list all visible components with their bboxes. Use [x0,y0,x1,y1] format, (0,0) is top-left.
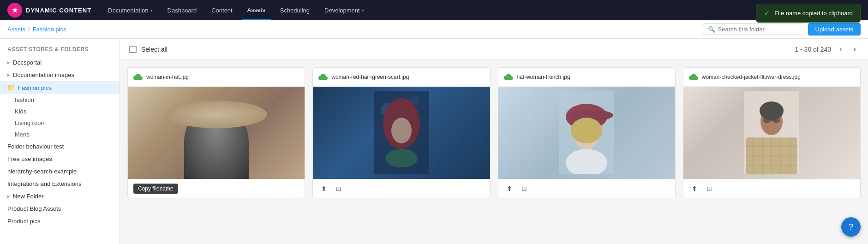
sidebar: Asset stores & folders ▸ Docsportal ▸ Do… [0,39,120,244]
copy-icon[interactable]: ⊡ [519,183,530,194]
logo: ★ DYNAMIC CONTENT [7,3,91,18]
sidebar-item-free-use-images[interactable]: Free use images [0,153,120,165]
sidebar-item-documentation-images[interactable]: ▸ Documentation images [0,69,120,81]
asset-filename: hat-woman-french.jpg [517,74,570,80]
nav-item-documentation[interactable]: Documentation ▾ [102,0,158,20]
sidebar-item-label: New Folder [13,193,43,200]
asset-grid: woman-in-hat.jpg Copy filena [120,60,868,206]
sidebar-item-label: Mens [15,131,30,138]
asset-thumbnail [128,87,305,179]
search-input[interactable] [718,26,799,33]
sidebar-item-label: Folder behaviour test [7,143,64,150]
sidebar-item-fashion[interactable]: fashion [0,94,120,106]
upload-icon[interactable]: ⬆ [689,183,700,194]
sidebar-item-label: Product pics [7,218,41,225]
content-toolbar: Select all 1 - 30 of 240 ‹ › [120,39,868,60]
sidebar-item-label: Free use images [7,155,52,162]
asset-card-header: woman-in-hat.jpg [128,68,305,87]
sidebar-item-living-room[interactable]: Living room [0,117,120,129]
sidebar-item-kids[interactable]: Kids [0,106,120,117]
check-icon: ✓ [764,9,770,18]
nav-item-development[interactable]: Development ▾ [319,0,370,20]
asset-card: woman-in-hat.jpg Copy filena [127,67,305,198]
upload-icon[interactable]: ⬆ [504,183,515,194]
asset-card: woman-checked-jacket-fllower-dress.jpg [683,67,861,198]
breadcrumb-assets[interactable]: Assets [7,26,25,33]
sidebar-item-label: Kids [15,108,26,115]
select-all-label[interactable]: Select all [141,46,168,53]
copy-icon[interactable]: ⊡ [704,183,715,194]
asset-card-header: woman-red-hair-green-scarf.jpg [313,68,490,87]
chevron-right-icon: ▸ [7,193,10,199]
copy-icon[interactable]: ⊡ [333,183,344,194]
sidebar-header: Asset stores & folders [0,44,120,56]
sidebar-item-docsportal[interactable]: ▸ Docsportal [0,56,120,69]
pagination-area: 1 - 30 of 240 ‹ › [795,43,859,55]
sidebar-item-integrations-extensions[interactable]: Integrations and Extensions [0,178,120,190]
toast-notification: ✓ File name copied to clipboard [756,4,861,23]
chevron-down-icon: ▾ [150,8,153,13]
select-all-checkbox[interactable] [129,46,137,53]
cloud-icon [133,72,143,82]
pagination-next-button[interactable]: › [850,43,859,55]
sidebar-item-label: fashion [15,96,34,103]
sidebar-item-label: Product Blog Assets [7,205,61,212]
sidebar-item-folder-behaviour-test[interactable]: Folder behaviour test [0,140,120,153]
sidebar-item-new-folder[interactable]: ▸ New Folder [0,190,120,202]
chevron-right-icon: ▸ [7,72,10,78]
asset-filename: woman-in-hat.jpg [146,74,189,80]
content-area: Select all 1 - 30 of 240 ‹ › woman-in-ha… [120,39,868,244]
app-title: DYNAMIC CONTENT [26,7,91,14]
main-layout: Asset stores & folders ▸ Docsportal ▸ Do… [0,39,868,244]
svg-point-30 [760,101,784,120]
support-button[interactable]: ? [841,217,861,237]
sidebar-item-product-pics[interactable]: Product pics [0,215,120,227]
cloud-icon [318,72,328,82]
nav-item-content[interactable]: Content [206,0,238,20]
nav-item-scheduling[interactable]: Scheduling [275,0,315,20]
sidebar-item-label: hierarchy-search-example [7,168,77,175]
asset-card: hat-woman-french.jpg [498,67,676,198]
sidebar-item-label: Living room [15,119,46,126]
search-icon: 🔍 [708,26,715,33]
sidebar-item-label: Fashion pics [18,84,52,91]
asset-filename: woman-red-hair-green-scarf.jpg [331,74,409,80]
svg-point-2 [204,121,229,154]
nav-item-dashboard[interactable]: Dashboard [162,0,203,20]
chevron-right-icon: ▸ [7,60,10,65]
sidebar-item-label: Docsportal [13,59,42,66]
asset-card-header: hat-woman-french.jpg [498,68,675,87]
top-navigation: ★ DYNAMIC CONTENT Documentation ▾ Dashbo… [0,0,868,20]
svg-point-3 [203,117,230,140]
asset-thumbnail [313,87,490,179]
svg-point-9 [385,149,418,167]
toast-message: File name copied to clipboard [774,10,853,17]
asset-card-header: woman-checked-jacket-fllower-dress.jpg [683,68,860,87]
upload-icon[interactable]: ⬆ [318,183,329,194]
pagination-prev-button[interactable]: ‹ [837,43,845,55]
sidebar-item-mens[interactable]: Mens [0,129,120,140]
select-all-area: Select all [129,46,168,53]
asset-card-actions: ⬆ ⊡ [498,179,675,198]
folder-icon: 📁 [7,84,15,91]
svg-point-0 [189,113,244,134]
asset-filename: woman-checked-jacket-fllower-dress.jpg [702,74,801,80]
pagination-text: 1 - 30 of 240 [795,46,831,53]
sidebar-item-hierarchy-search-example[interactable]: hierarchy-search-example [0,165,120,178]
chevron-down-icon: ▾ [362,8,364,13]
breadcrumb-current[interactable]: Fashion pics [33,26,66,33]
asset-thumbnail [683,87,860,179]
cloud-icon [689,72,698,82]
svg-point-8 [391,118,412,143]
asset-card-actions: ⬆ ⊡ [683,179,860,198]
breadcrumb: Assets / Fashion pics [7,26,66,33]
asset-card: woman-red-hair-green-scarf.jpg [312,67,490,198]
sidebar-item-product-blog-assets[interactable]: Product Blog Assets [0,202,120,215]
upload-assets-button[interactable]: Upload assets [808,23,861,36]
logo-icon: ★ [7,3,22,18]
sidebar-item-label: Integrations and Extensions [7,180,81,187]
sidebar-item-fashion-pics[interactable]: 📁 Fashion pics [0,81,120,94]
sidebar-item-label: Documentation images [13,71,74,78]
nav-item-assets[interactable]: Assets [242,0,271,20]
svg-point-1 [196,105,237,133]
